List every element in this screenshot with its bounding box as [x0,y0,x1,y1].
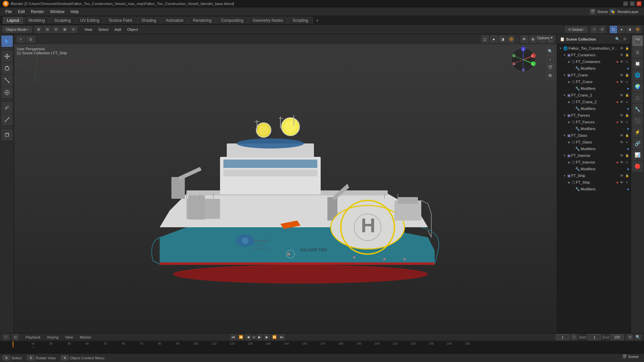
scene-eye[interactable]: 👁 [619,46,624,50]
marker-menu[interactable]: Marker [78,335,93,340]
toolbar-btn-3[interactable]: ⊡ [52,26,60,33]
ft-glass-mesh-camera[interactable]: ⊙ [625,140,629,144]
toolbar-btn-4[interactable]: ⊠ [61,26,69,33]
viewport-menu-object[interactable]: Object [124,27,141,32]
tab-scripting[interactable]: Scripting [288,17,313,24]
minimize-button[interactable]: — [623,1,628,6]
keying-menu[interactable]: Keying [45,335,61,340]
viewport-menu-select[interactable]: Select [96,27,111,32]
options-button[interactable]: Options ▾ [534,35,555,41]
viewport-shade-solid[interactable]: ● [490,36,497,43]
scale-tool[interactable] [1,75,13,86]
prop-particles[interactable]: ⬛ [632,115,643,126]
timeline-track[interactable]: 1 10 20 30 40 50 60 70 80 90 100 110 120… [0,341,644,348]
outliner-item-ft-crane2-mesh[interactable]: ▶ ⬡ FT_Crane_2 ● 👁 ⊙ [557,99,631,105]
ft-containers-mesh-camera[interactable]: ⊙ [625,60,629,63]
close-button[interactable]: ✕ [637,1,641,6]
viewport-menu-add[interactable]: Add [112,27,124,32]
viewport-shade-material[interactable]: ◑ [499,36,506,43]
outliner-filter-btn[interactable]: 🔍 [614,36,621,42]
tab-compositing[interactable]: Compositing [217,17,248,24]
prev-keyframe-btn[interactable]: ◀ [245,334,252,341]
tab-uv-editing[interactable]: UV Editing [76,17,104,24]
jump-start-btn[interactable]: ⏮ [230,334,237,341]
outliner-item-ft-interrior-mesh[interactable]: ▶ ⬡ FT_Interrior ● 👁 ⊙ [557,159,631,166]
ft-fances-eye[interactable]: 👁 [619,113,624,117]
measure-tool[interactable] [1,114,13,125]
viewport-menu-view[interactable]: View [82,27,95,32]
outliner-item-ft-glass-mesh[interactable]: ▶ ⬡ FT_Glass 👁 ⊙ [557,139,631,145]
outliner-item-ft-glass-mod[interactable]: 🔧 Modifiers ● [557,145,631,152]
viewport-mode-btn[interactable]: ▿ [17,36,25,43]
timeline-scrubber[interactable]: 1 10 20 30 40 50 60 70 80 90 100 110 120… [0,341,644,353]
outliner-item-ft-interrior-mod[interactable]: 🔧 Modifiers ● [557,166,631,172]
rotate-tool[interactable] [1,63,13,74]
next-keyframe-btn[interactable]: ▶ [264,334,270,341]
end-frame-input[interactable] [610,334,624,340]
toolbar-btn-1[interactable]: ⊞ [35,26,43,33]
render-layer-icon-btn[interactable]: 🎭 [609,8,616,15]
ft-crane-eye[interactable]: 👁 [619,73,624,77]
prop-object[interactable]: ◻ [632,93,643,103]
ft-crane-camera[interactable]: 🔒 [625,73,629,77]
viewport-shade-rendered[interactable]: 🔆 [507,36,515,43]
ft-containers-eye[interactable]: 👁 [619,53,624,57]
ft-crane-mesh-camera[interactable]: ⊙ [625,80,629,83]
ft-fances-camera[interactable]: 🔒 [625,114,629,117]
outliner-item-ft-interrior[interactable]: ▼ ▣ FT_Interrior 👁 🔒 [557,152,631,159]
step-forward-btn[interactable]: ⏩ [271,334,278,341]
tab-texture-paint[interactable]: Texture Paint [104,17,137,24]
tab-modeling[interactable]: Modeling [24,17,49,24]
outliner-options-btn[interactable]: ⚙ [622,36,628,42]
add-cube-tool[interactable] [1,129,13,140]
ft-ship-mesh-eye[interactable]: 👁 [619,180,624,184]
outliner-item-ft-ship[interactable]: ▼ ▣ FT_Ship 👁 🔒 [557,172,631,179]
material-btn[interactable]: ◑ [626,26,633,33]
menu-render[interactable]: Render [28,9,47,15]
outliner-item-ft-crane2-mod[interactable]: 🔧 Modifiers ● [557,105,631,112]
gizmo-overlay-btn[interactable]: 👁 [521,36,528,43]
navigation-gizmo[interactable]: X Y Z -X -Y -Z [510,46,537,73]
prop-material[interactable]: 🔴 [632,161,643,172]
ft-interrior-mesh-eye[interactable]: 👁 [619,160,624,164]
add-workspace-button[interactable]: + [313,17,321,24]
zoom-tool-btn[interactable]: ↕ [546,56,554,63]
ft-crane2-camera[interactable]: 🔒 [625,94,629,97]
prop-output[interactable]: 🖥 [632,47,643,58]
prop-scene[interactable]: 🌐 [632,70,643,80]
prop-constraints[interactable]: 🔗 [632,138,643,149]
ft-ship-eye[interactable]: 👁 [619,174,624,178]
jump-end-btn[interactable]: ⏭ [278,334,285,341]
object-mode-selector[interactable]: Object Mode ▾ [3,26,32,33]
viewport-tool-btn[interactable]: ⊞ [546,72,554,79]
ft-interrior-camera[interactable]: 🔒 [625,154,629,157]
menu-help[interactable]: Help [68,9,82,15]
current-frame-input[interactable] [556,334,569,340]
ft-glass-mesh-eye[interactable]: 👁 [619,140,624,144]
clock-btn[interactable]: ⏱ [571,334,577,341]
menu-window[interactable]: Window [47,9,67,15]
start-frame-input[interactable] [588,334,601,340]
playhead[interactable] [13,341,13,348]
scene-camera[interactable]: 🔒 [625,47,629,50]
scene-selector[interactable]: 🎬 Scene [620,354,641,359]
viewport-shading-btn[interactable]: ⊙ [26,36,35,43]
annotate-tool[interactable] [1,102,13,113]
outliner-item-ft-containers-mod[interactable]: 🔧 Modifiers ● [557,65,631,72]
outliner-item-ft-fances[interactable]: ▼ ▣ FT_Fances 👁 🔒 [557,112,631,119]
outliner-item-ft-ship-mesh[interactable]: ▶ ⬡ FT_Ship ● 👁 ⊙ [557,179,631,186]
view-menu[interactable]: View [63,335,75,340]
ft-containers-mesh-eye[interactable]: 👁 [619,60,624,64]
outliner-item-ft-crane2[interactable]: ▼ ▣ FT_Crane_2 👁 🔒 [557,92,631,99]
toolbar-btn-5[interactable]: ⊙ [69,26,77,33]
rendered-btn[interactable]: 🔆 [634,26,641,33]
outliner-item-ft-crane-mesh[interactable]: ▶ ⬡ FT_Crane ● 👁 ⊙ [557,78,631,85]
outliner-item-ft-fances-mesh[interactable]: ▶ ⬡ FT_Fances ● 👁 ⊙ [557,119,631,125]
timeline-lock-btn[interactable]: ⊞ [12,334,19,341]
ft-glass-eye[interactable]: 👁 [619,133,624,137]
ft-fances-mesh-camera[interactable]: ⊙ [625,120,629,124]
transform-space-selector[interactable]: ⊕ Global ▾ [565,26,588,33]
ft-crane2-mesh-camera[interactable]: ⊙ [625,100,629,104]
prop-physics[interactable]: ⚡ [632,127,643,137]
outliner-item-ft-crane[interactable]: ▼ ▣ FT_Crane 👁 🔒 [557,72,631,78]
